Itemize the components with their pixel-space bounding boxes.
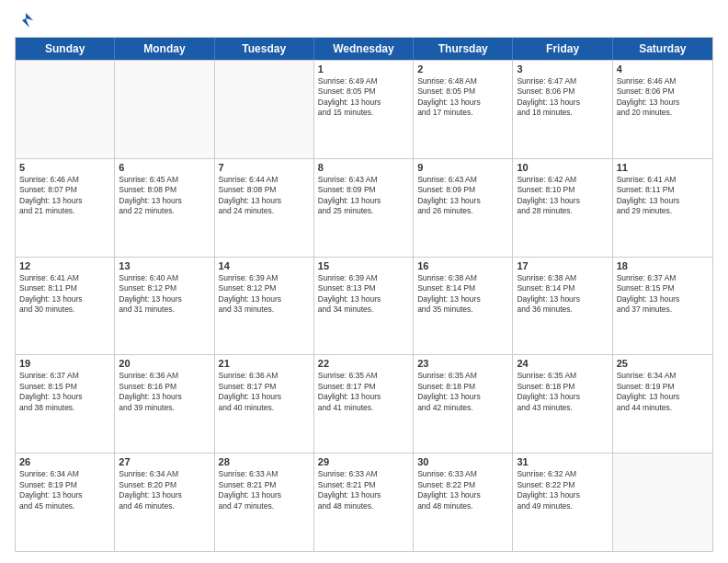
calendar-header-friday: Friday [513,38,612,60]
day-number: 21 [219,358,310,369]
logo [15,11,35,29]
day-info: Sunrise: 6:35 AM Sunset: 8:17 PM Dayligh… [318,371,409,413]
day-number: 11 [617,162,709,173]
calendar-cell-3-3: 14Sunrise: 6:39 AM Sunset: 8:12 PM Dayli… [215,258,314,355]
day-number: 20 [119,358,210,369]
calendar-cell-4-7: 25Sunrise: 6:34 AM Sunset: 8:19 PM Dayli… [613,355,712,453]
day-number: 1 [318,63,409,75]
calendar-cell-3-6: 17Sunrise: 6:38 AM Sunset: 8:14 PM Dayli… [513,258,612,355]
calendar-cell-1-3 [215,61,314,158]
calendar-cell-1-1 [16,61,115,158]
calendar-week-2: 5Sunrise: 6:46 AM Sunset: 8:07 PM Daylig… [16,158,712,257]
day-info: Sunrise: 6:34 AM Sunset: 8:19 PM Dayligh… [617,371,709,413]
calendar-cell-4-2: 20Sunrise: 6:36 AM Sunset: 8:16 PM Dayli… [115,355,214,453]
day-number: 10 [517,162,608,173]
calendar-cell-4-5: 23Sunrise: 6:35 AM Sunset: 8:18 PM Dayli… [414,355,513,453]
day-info: Sunrise: 6:33 AM Sunset: 8:21 PM Dayligh… [219,469,310,511]
day-info: Sunrise: 6:35 AM Sunset: 8:18 PM Dayligh… [517,371,608,413]
day-info: Sunrise: 6:33 AM Sunset: 8:21 PM Dayligh… [318,469,409,511]
day-info: Sunrise: 6:45 AM Sunset: 8:08 PM Dayligh… [119,175,210,217]
day-info: Sunrise: 6:44 AM Sunset: 8:08 PM Dayligh… [219,175,310,217]
day-info: Sunrise: 6:38 AM Sunset: 8:14 PM Dayligh… [417,273,508,316]
day-info: Sunrise: 6:37 AM Sunset: 8:15 PM Dayligh… [617,273,709,316]
day-info: Sunrise: 6:43 AM Sunset: 8:09 PM Dayligh… [417,175,508,217]
logo-bird-icon [17,11,35,29]
calendar-header-monday: Monday [115,38,214,60]
day-info: Sunrise: 6:36 AM Sunset: 8:16 PM Dayligh… [119,371,210,413]
calendar-cell-5-2: 27Sunrise: 6:34 AM Sunset: 8:20 PM Dayli… [115,454,214,551]
calendar-header-saturday: Saturday [613,38,712,60]
day-info: Sunrise: 6:34 AM Sunset: 8:19 PM Dayligh… [19,469,110,511]
day-number: 12 [19,260,110,271]
calendar-cell-2-4: 8Sunrise: 6:43 AM Sunset: 8:09 PM Daylig… [314,159,414,257]
calendar-header-row: SundayMondayTuesdayWednesdayThursdayFrid… [16,38,712,60]
page: SundayMondayTuesdayWednesdayThursdayFrid… [0,0,728,563]
calendar-cell-5-3: 28Sunrise: 6:33 AM Sunset: 8:21 PM Dayli… [215,454,314,551]
day-number: 30 [417,456,508,467]
day-number: 13 [119,260,210,271]
day-info: Sunrise: 6:46 AM Sunset: 8:07 PM Dayligh… [19,175,110,217]
day-info: Sunrise: 6:49 AM Sunset: 8:05 PM Dayligh… [318,76,409,119]
day-number: 23 [417,358,508,369]
calendar-header-wednesday: Wednesday [314,38,414,60]
calendar-cell-2-2: 6Sunrise: 6:45 AM Sunset: 8:08 PM Daylig… [115,159,214,257]
calendar-cell-5-1: 26Sunrise: 6:34 AM Sunset: 8:19 PM Dayli… [16,454,115,551]
day-info: Sunrise: 6:33 AM Sunset: 8:22 PM Dayligh… [417,469,508,511]
calendar-cell-2-5: 9Sunrise: 6:43 AM Sunset: 8:09 PM Daylig… [414,159,513,257]
calendar-body: 1Sunrise: 6:49 AM Sunset: 8:05 PM Daylig… [16,60,712,551]
day-number: 3 [517,63,608,75]
day-number: 25 [617,358,709,369]
day-number: 4 [617,63,709,75]
day-number: 24 [517,358,608,369]
day-info: Sunrise: 6:41 AM Sunset: 8:11 PM Dayligh… [19,273,110,316]
calendar: SundayMondayTuesdayWednesdayThursdayFrid… [15,37,713,552]
calendar-cell-1-5: 2Sunrise: 6:48 AM Sunset: 8:05 PM Daylig… [414,61,513,158]
day-info: Sunrise: 6:34 AM Sunset: 8:20 PM Dayligh… [119,469,210,511]
calendar-cell-3-1: 12Sunrise: 6:41 AM Sunset: 8:11 PM Dayli… [16,258,115,355]
calendar-cell-3-4: 15Sunrise: 6:39 AM Sunset: 8:13 PM Dayli… [314,258,414,355]
calendar-header-sunday: Sunday [16,38,115,60]
calendar-cell-5-7 [613,454,712,551]
day-number: 17 [517,260,608,271]
day-number: 29 [318,456,409,467]
day-number: 2 [417,63,508,75]
calendar-cell-1-4: 1Sunrise: 6:49 AM Sunset: 8:05 PM Daylig… [314,61,414,158]
calendar-cell-1-6: 3Sunrise: 6:47 AM Sunset: 8:06 PM Daylig… [513,61,612,158]
calendar-cell-4-6: 24Sunrise: 6:35 AM Sunset: 8:18 PM Dayli… [513,355,612,453]
calendar-cell-5-6: 31Sunrise: 6:32 AM Sunset: 8:22 PM Dayli… [513,454,612,551]
day-info: Sunrise: 6:43 AM Sunset: 8:09 PM Dayligh… [318,175,409,217]
day-number: 28 [219,456,310,467]
calendar-cell-3-7: 18Sunrise: 6:37 AM Sunset: 8:15 PM Dayli… [613,258,712,355]
day-number: 8 [318,162,409,173]
calendar-week-1: 1Sunrise: 6:49 AM Sunset: 8:05 PM Daylig… [16,60,712,158]
calendar-header-thursday: Thursday [414,38,513,60]
calendar-cell-3-2: 13Sunrise: 6:40 AM Sunset: 8:12 PM Dayli… [115,258,214,355]
day-number: 26 [19,456,110,467]
day-info: Sunrise: 6:35 AM Sunset: 8:18 PM Dayligh… [417,371,508,413]
header [15,11,713,29]
calendar-cell-2-3: 7Sunrise: 6:44 AM Sunset: 8:08 PM Daylig… [215,159,314,257]
calendar-week-5: 26Sunrise: 6:34 AM Sunset: 8:19 PM Dayli… [16,453,712,551]
day-info: Sunrise: 6:47 AM Sunset: 8:06 PM Dayligh… [517,76,608,119]
day-info: Sunrise: 6:42 AM Sunset: 8:10 PM Dayligh… [517,175,608,217]
calendar-cell-5-5: 30Sunrise: 6:33 AM Sunset: 8:22 PM Dayli… [414,454,513,551]
day-number: 6 [119,162,210,173]
svg-marker-0 [22,13,33,28]
calendar-cell-1-2 [115,61,214,158]
day-info: Sunrise: 6:46 AM Sunset: 8:06 PM Dayligh… [617,76,709,119]
calendar-cell-3-5: 16Sunrise: 6:38 AM Sunset: 8:14 PM Dayli… [414,258,513,355]
day-number: 16 [417,260,508,271]
day-number: 15 [318,260,409,271]
day-info: Sunrise: 6:32 AM Sunset: 8:22 PM Dayligh… [517,469,608,511]
calendar-cell-2-1: 5Sunrise: 6:46 AM Sunset: 8:07 PM Daylig… [16,159,115,257]
calendar-week-3: 12Sunrise: 6:41 AM Sunset: 8:11 PM Dayli… [16,257,712,355]
calendar-cell-2-6: 10Sunrise: 6:42 AM Sunset: 8:10 PM Dayli… [513,159,612,257]
day-info: Sunrise: 6:36 AM Sunset: 8:17 PM Dayligh… [219,371,310,413]
day-info: Sunrise: 6:39 AM Sunset: 8:12 PM Dayligh… [219,273,310,316]
calendar-cell-4-4: 22Sunrise: 6:35 AM Sunset: 8:17 PM Dayli… [314,355,414,453]
calendar-week-4: 19Sunrise: 6:37 AM Sunset: 8:15 PM Dayli… [16,354,712,453]
calendar-cell-4-3: 21Sunrise: 6:36 AM Sunset: 8:17 PM Dayli… [215,355,314,453]
day-info: Sunrise: 6:40 AM Sunset: 8:12 PM Dayligh… [119,273,210,316]
day-number: 22 [318,358,409,369]
day-info: Sunrise: 6:41 AM Sunset: 8:11 PM Dayligh… [617,175,709,217]
